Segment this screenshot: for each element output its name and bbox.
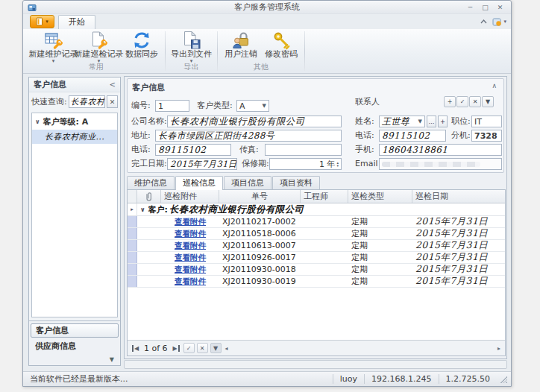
tab-maintenance-info[interactable]: 维护信息 (127, 176, 175, 189)
phone-field[interactable]: 89115102 (155, 144, 231, 156)
close-button[interactable]: ✕ (495, 3, 506, 12)
horizontal-scrollbar[interactable]: ◂ ▸ (224, 341, 502, 355)
nav-end-edit-button[interactable]: ✓ (183, 343, 195, 353)
table-row[interactable]: 查看附件 XJ20110926-0017 定期 2015年7月31日 (128, 252, 505, 264)
table-row[interactable]: 查看附件 XJ20110930-0019 定期 2015年7月31日 (128, 276, 505, 288)
skin-selector-button[interactable]: ▾ (492, 17, 506, 27)
minimize-button[interactable]: ─ (465, 3, 476, 12)
application-menu-button[interactable]: ▾ (30, 15, 54, 28)
customer-type-combo[interactable]: A▼ (236, 100, 269, 112)
spinner-arrows-icon[interactable]: ▴▾ (336, 161, 339, 168)
ribbon-group-separator (304, 31, 305, 71)
scroll-right-icon[interactable]: ▸ (496, 345, 502, 352)
app-menu-icon (36, 17, 44, 26)
contact-name-label: 姓名: (355, 116, 374, 127)
view-attachment-link[interactable]: 查看附件 (175, 241, 206, 251)
dock-nav-list: 客户信息 供应商信息 ▼ (29, 320, 120, 365)
table-row[interactable]: 查看附件 XJ20110613-0007 定期 2015年7月31日 (128, 240, 505, 252)
address-field[interactable]: 长春市绿园区正阳街4288号 (155, 130, 342, 142)
ribbon-group-caption: 导出 (166, 62, 216, 72)
client-area: 客户信息 < 快速查询: 长春农村 ✕ ∨ 客户等级: A 长春农村商业... … (23, 74, 511, 371)
data-sync-button[interactable]: 数据同步 (122, 30, 162, 59)
quick-search-label: 快速查询: (31, 96, 67, 107)
status-message: 当前软件已经是最新版本... (27, 373, 128, 385)
extension-label: 分机: (451, 130, 471, 142)
view-attachment-link[interactable]: 查看附件 (175, 217, 206, 227)
current-row-icon: ▸ (128, 203, 137, 215)
ribbon-group-common: 新建维护记录 ▾ 新建巡检记录 ▾ 数据同步 常用 (28, 29, 164, 73)
user-logout-icon (231, 31, 251, 50)
nav-position: 1 of 6 (142, 344, 169, 353)
position-field[interactable]: IT (471, 116, 502, 127)
detail-tabs: 维护信息 巡检信息 项目信息 项目资料 (127, 176, 320, 190)
warranty-spinner[interactable]: 1 年▴▾ (269, 158, 342, 170)
view-attachment-link[interactable]: 查看附件 (175, 253, 206, 263)
chevron-expanded-icon[interactable]: ∨ (140, 206, 145, 213)
mobile-field[interactable]: 18604318861 (379, 144, 502, 156)
chevron-down-icon: ▼ (261, 103, 266, 109)
nav-cancel-edit-button[interactable]: ✕ (197, 343, 208, 353)
extension-field[interactable]: 7328 (471, 130, 502, 142)
status-bar: 当前软件已经是最新版本... luoy 192.168.1.245 1.2.72… (23, 371, 511, 386)
tree-item-customer[interactable]: 长春农村商业... (32, 130, 117, 144)
nav-first-button[interactable]: ◀ (131, 343, 140, 353)
maximize-button[interactable]: □ (480, 3, 491, 12)
ribbon-group-separator (165, 31, 166, 71)
change-password-icon (271, 31, 291, 50)
delete-contact-button[interactable]: ✕ (469, 96, 481, 107)
view-attachment-link[interactable]: 查看附件 (175, 276, 206, 287)
new-inspection-record-button[interactable]: 新建巡检记录 ▾ (76, 30, 122, 64)
view-attachment-link[interactable]: 查看附件 (175, 229, 206, 239)
nav-last-button[interactable]: ▶ (172, 343, 181, 353)
column-header-attachment[interactable]: 巡检附件 (161, 190, 219, 203)
add-contact-button[interactable]: + (444, 96, 456, 107)
contact-name-combo[interactable]: 王世尊▼ (379, 116, 425, 127)
grid-group-row[interactable]: ▸ ∨ 客户: 长春农村商业银行股份有限公司 (128, 203, 505, 216)
contact-phone-field[interactable]: 89115102 (379, 130, 446, 142)
tab-start[interactable]: 开始 (58, 15, 95, 29)
tab-project-docs[interactable]: 项目资料 (272, 176, 320, 189)
change-password-button[interactable]: 修改密码 (261, 30, 301, 59)
nav-filter-button[interactable]: ▼ (210, 343, 222, 353)
view-attachment-link[interactable]: 查看附件 (175, 265, 206, 275)
clear-search-button[interactable]: ✕ (107, 95, 118, 108)
new-maintenance-record-button[interactable]: 新建维护记录 ▾ (31, 30, 76, 64)
ribbon-group-other: 用户注销 修改密码 其他 (219, 29, 304, 73)
scroll-left-icon[interactable]: ◂ (224, 345, 230, 352)
new-inspection-record-icon (90, 31, 109, 50)
contact-more-button[interactable]: … (427, 116, 436, 127)
contact-plus-button[interactable]: + (438, 116, 448, 127)
contact-list-button[interactable]: ▼ (482, 96, 494, 107)
confirm-contact-button[interactable]: ✓ (456, 96, 468, 107)
chevron-down-icon[interactable]: ▼ (110, 356, 114, 363)
no-label: 编号: (131, 100, 151, 112)
table-row[interactable]: 查看附件 XJ20110518-0006 定期 2015年7月31日 (128, 228, 505, 240)
collapse-left-icon[interactable]: < (110, 80, 116, 89)
email-field[interactable] (379, 158, 502, 170)
status-version: 1.2.725.50 (439, 374, 497, 384)
resize-grip[interactable] (499, 375, 507, 383)
fax-field[interactable] (265, 144, 342, 156)
tab-project-info[interactable]: 项目信息 (224, 176, 271, 189)
finish-date-combo[interactable]: 2015年7月31日▼ (167, 158, 237, 170)
sidebar-item-customer-info[interactable]: 客户信息 (31, 323, 119, 338)
attachment-column-icon[interactable] (137, 190, 161, 203)
column-header-engineer[interactable]: 工程师 (301, 190, 348, 203)
column-header-date[interactable]: 巡检日期 (412, 190, 505, 203)
user-logout-button[interactable]: 用户注销 (221, 30, 261, 59)
table-row[interactable]: 查看附件 XJ20110217-0002 定期 2015年7月31日 (128, 216, 505, 228)
ribbon-group-caption: 常用 (28, 62, 164, 72)
company-field[interactable]: 长春农村商业银行股份有限公司 (167, 116, 342, 127)
collapse-up-icon[interactable]: ∧ (492, 82, 497, 89)
quick-search-input[interactable]: 长春农村 (69, 95, 105, 108)
tree-group-level-a[interactable]: ∨ 客户等级: A (32, 113, 117, 129)
customer-info-groupbox: 客户信息 ∧ 编号: 1 客户类型: A▼ 公司名称: 长春农村商业银行股份有限… (127, 78, 504, 173)
no-field[interactable]: 1 (155, 100, 189, 112)
column-header-order-no[interactable]: 单号 (219, 190, 301, 203)
export-to-file-button[interactable]: 导出到文件 ▾ (169, 30, 214, 64)
sidebar-item-supplier-info[interactable]: 供应商信息 (31, 340, 119, 354)
ribbon-collapse-button[interactable] (480, 19, 487, 24)
tab-inspection-info[interactable]: 巡检信息 (175, 176, 223, 190)
column-header-type[interactable]: 巡检类型 (348, 190, 412, 203)
table-row[interactable]: 查看附件 XJ20110930-0018 定期 2015年7月31日 (128, 264, 505, 276)
